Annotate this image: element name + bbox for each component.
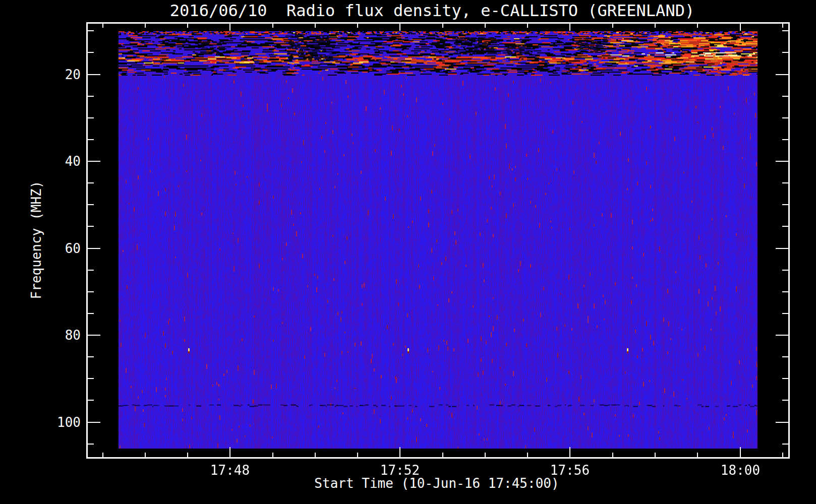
x-major-tick-bottom [399,447,400,457]
x-major-tick-top [569,24,570,31]
y-minor-tick-left [88,52,94,53]
plot-frame-bottom [86,457,790,459]
x-tick-label: 17:52 [360,463,440,478]
y-major-tick-right [776,248,788,249]
y-minor-tick-left [88,117,94,118]
y-major-tick-left [88,248,100,249]
y-major-tick-right [776,335,788,336]
x-minor-tick-top [655,24,656,28]
x-major-tick-bottom [229,447,230,457]
y-tick-label: 20 [20,67,81,82]
y-minor-tick-left [88,182,94,183]
x-minor-tick-top [697,24,698,28]
y-minor-tick-left [88,291,94,292]
y-major-tick-right [776,422,788,423]
x-minor-tick-top [527,24,528,28]
x-axis-title: Start Time (10-Jun-16 17:45:00) [314,476,559,491]
y-minor-tick-left [88,139,94,140]
y-axis-title: Frequency (MHZ) [29,181,44,299]
x-major-tick-top [399,24,400,31]
chart-title: 2016/06/10 Radio flux density, e-CALLIST… [170,1,694,20]
y-tick-label: 40 [20,154,81,169]
x-minor-tick-top [612,24,613,28]
y-minor-tick-right [782,204,788,205]
x-minor-tick-bottom [145,453,146,457]
plot-frame-top [86,22,790,24]
x-minor-tick-top [102,24,103,28]
x-minor-tick-bottom [527,453,528,457]
y-minor-tick-right [782,117,788,118]
x-major-tick-top [740,24,741,31]
y-tick-label: 60 [20,241,81,256]
x-minor-tick-bottom [655,453,656,457]
x-minor-tick-bottom [272,453,273,457]
y-minor-tick-left [88,204,94,205]
y-minor-tick-right [782,226,788,227]
y-minor-tick-left [88,400,94,401]
y-minor-tick-right [782,139,788,140]
y-major-tick-right [776,74,788,75]
x-minor-tick-top [442,24,443,28]
x-major-tick-top [229,24,230,31]
y-minor-tick-right [782,400,788,401]
y-minor-tick-left [88,30,94,31]
x-minor-tick-bottom [102,453,103,457]
y-tick-label: 100 [20,415,81,430]
x-minor-tick-top [357,24,358,28]
x-minor-tick-bottom [612,453,613,457]
x-minor-tick-bottom [442,453,443,457]
x-tick-label: 17:56 [530,463,610,478]
plot-frame-left [86,22,88,459]
x-minor-tick-bottom [782,453,783,457]
y-minor-tick-right [782,30,788,31]
x-minor-tick-top [782,24,783,28]
spectrogram-canvas [119,31,757,449]
plot-frame-right [788,22,790,459]
y-tick-label: 80 [20,328,81,343]
y-minor-tick-left [88,356,94,357]
y-minor-tick-right [782,270,788,271]
y-minor-tick-left [88,313,94,314]
x-minor-tick-bottom [697,453,698,457]
y-major-tick-left [88,335,100,336]
y-major-tick-left [88,161,100,162]
y-minor-tick-left [88,270,94,271]
x-tick-label: 18:00 [700,463,781,478]
x-minor-tick-top [145,24,146,28]
x-tick-label: 17:48 [190,463,270,478]
y-minor-tick-right [782,313,788,314]
y-minor-tick-right [782,182,788,183]
x-minor-tick-top [187,24,188,28]
x-major-tick-bottom [740,447,741,457]
y-major-tick-left [88,74,100,75]
x-minor-tick-bottom [315,453,316,457]
x-minor-tick-top [272,24,273,28]
x-minor-tick-bottom [357,453,358,457]
y-minor-tick-right [782,96,788,97]
y-minor-tick-right [782,444,788,445]
y-major-tick-left [88,422,100,423]
y-minor-tick-right [782,52,788,53]
y-minor-tick-left [88,378,94,379]
y-minor-tick-right [782,378,788,379]
y-minor-tick-left [88,96,94,97]
x-major-tick-bottom [569,447,570,457]
y-minor-tick-right [782,356,788,357]
y-minor-tick-left [88,444,94,445]
y-major-tick-right [776,161,788,162]
x-minor-tick-bottom [485,453,486,457]
y-minor-tick-right [782,291,788,292]
x-minor-tick-top [485,24,486,28]
spectrogram-chart: 2016/06/10 Radio flux density, e-CALLIST… [0,0,816,504]
x-minor-tick-bottom [187,453,188,457]
y-minor-tick-left [88,226,94,227]
x-minor-tick-top [315,24,316,28]
